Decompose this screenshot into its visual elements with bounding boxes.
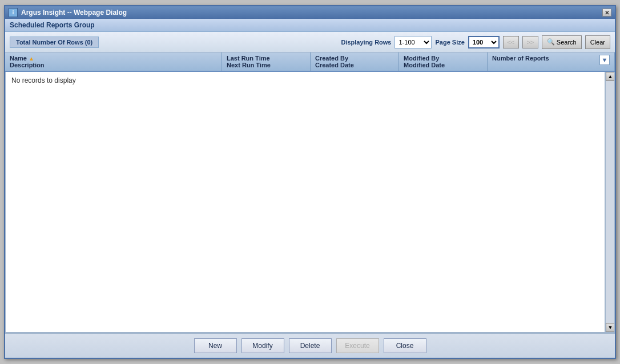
next-page-button[interactable]: >>: [522, 36, 538, 48]
content-area: No records to display ▲ ▼: [5, 72, 615, 333]
col-next-run-label: Next Run Time: [227, 62, 305, 68]
title-bar: i Argus Insight -- Webpage Dialog ✕: [5, 6, 615, 19]
col-name-label: Name ▲: [10, 55, 217, 62]
clear-button[interactable]: Clear: [585, 35, 610, 49]
new-button[interactable]: New: [194, 338, 237, 353]
table-header: Name ▲ Description Last Run Time Next Ru…: [5, 52, 615, 72]
search-button[interactable]: 🔍 Search: [542, 35, 582, 49]
scroll-track: [606, 81, 614, 323]
toolbar: Total Number Of Rows (0) Displaying Rows…: [5, 32, 615, 52]
col-created-by-label: Created By: [315, 55, 394, 62]
total-rows-label: Total Number Of Rows (0): [10, 37, 99, 48]
col-name-text: Name: [10, 55, 27, 62]
execute-button[interactable]: Execute: [336, 338, 379, 353]
table-body: No records to display: [6, 72, 605, 332]
delete-button[interactable]: Delete: [289, 338, 332, 353]
col-header-runtime: Last Run Time Next Run Time: [222, 52, 311, 71]
col-modified-date-label: Modified Date: [404, 62, 482, 68]
search-icon: 🔍: [547, 38, 555, 46]
window-title: Argus Insight -- Webpage Dialog: [21, 9, 127, 17]
scroll-down-button[interactable]: ▼: [606, 323, 615, 332]
dialog-window: i Argus Insight -- Webpage Dialog ✕ Sche…: [4, 5, 616, 359]
prev-page-button[interactable]: <<: [503, 36, 519, 48]
page-size-select[interactable]: 100: [468, 36, 500, 48]
filter-icon[interactable]: ▼: [599, 55, 610, 65]
col-last-run-label: Last Run Time: [227, 55, 305, 62]
title-bar-left: i Argus Insight -- Webpage Dialog: [9, 8, 127, 17]
close-button[interactable]: Close: [384, 338, 426, 353]
displaying-rows-select[interactable]: 1-100: [394, 36, 432, 48]
scroll-up-button[interactable]: ▲: [606, 72, 615, 81]
section-title: Scheduled Reports Group: [10, 21, 95, 29]
scrollbar: ▲ ▼: [605, 72, 614, 332]
col-description-label: Description: [10, 62, 217, 68]
modify-button[interactable]: Modify: [241, 338, 284, 353]
no-records-message: No records to display: [6, 72, 605, 89]
col-header-created: Created By Created Date: [311, 52, 399, 71]
window-close-button[interactable]: ✕: [602, 9, 611, 17]
displaying-rows-label: Displaying Rows: [341, 39, 391, 46]
search-button-label: Search: [557, 39, 577, 46]
col-reports-label: Number of Reports: [492, 55, 549, 62]
sort-arrow-icon: ▲: [29, 55, 34, 62]
footer: New Modify Delete Execute Close: [5, 333, 615, 358]
col-header-modified: Modified By Modified Date: [399, 52, 488, 71]
section-header: Scheduled Reports Group: [5, 19, 615, 32]
app-icon: i: [9, 8, 18, 17]
page-size-label: Page Size: [435, 39, 464, 46]
col-header-name: Name ▲ Description: [5, 52, 222, 71]
col-modified-by-label: Modified By: [404, 55, 482, 62]
col-header-reports: Number of Reports ▼: [488, 52, 615, 71]
col-created-date-label: Created Date: [315, 62, 394, 68]
